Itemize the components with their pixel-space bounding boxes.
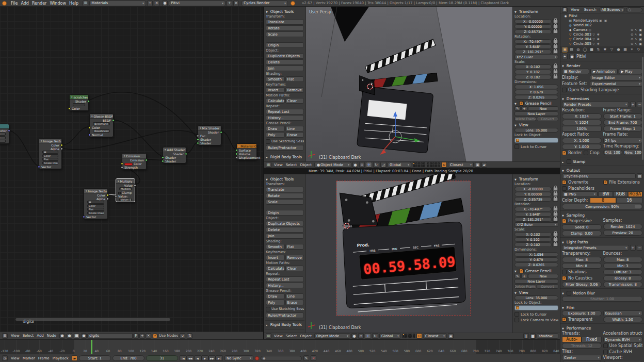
clamp-field[interactable]: Clamp: 0.00 [562, 231, 602, 236]
pivot-point-icon[interactable]: ⊙ [358, 333, 364, 339]
playback-button[interactable]: ◀◀ [187, 355, 194, 361]
properties-tab[interactable]: ■ [589, 47, 594, 53]
menu-item[interactable]: View [9, 356, 21, 360]
pencil-icon[interactable]: ✎ [514, 274, 521, 278]
socket-emission-out[interactable] [145, 159, 148, 161]
bounces-max-field[interactable]: Max: 8 [603, 257, 643, 262]
pause-render-button[interactable]: ‖ [523, 333, 529, 339]
output-path-field[interactable]: //cycles-pass/ [562, 173, 636, 179]
socket-displacement-in[interactable] [235, 156, 238, 159]
camera-render-toggle-icon[interactable]: ▣ [639, 32, 642, 36]
tool-button[interactable]: Draw [266, 126, 285, 131]
close-layout-icon[interactable]: ✕ [154, 1, 159, 6]
shader-object-icon[interactable]: ● [59, 333, 65, 339]
socket-color-out[interactable] [60, 144, 63, 146]
tool-button[interactable]: Remove [285, 255, 304, 260]
search-menu[interactable]: Search [583, 8, 598, 12]
viewport-3d-bottom-rendered[interactable]: Prod. HRS MIN SEC FRS 00.59.58.09 00.59.… [306, 174, 512, 333]
viewport-3d-top[interactable]: User Persp (31) Clapboard Dark [306, 7, 512, 161]
tool-button[interactable]: Delete [266, 59, 304, 65]
rotation-mode-select[interactable]: XYZ Euler [514, 55, 558, 59]
threads-count-field[interactable]: Threads: 12 [562, 343, 602, 349]
playback-button[interactable]: ▶| [216, 355, 223, 361]
horizontal-scrollbar[interactable] [15, 318, 170, 321]
properties-tab[interactable]: ◍ [575, 47, 581, 53]
color-space-select[interactable]: Color [87, 204, 104, 207]
socket-color-out[interactable] [106, 194, 109, 196]
add-layout-icon[interactable]: + [147, 1, 153, 6]
tool-button[interactable]: Duplicate Objects [266, 53, 304, 59]
snap-magnet-icon[interactable]: ∪ [441, 162, 447, 168]
group-datablock-field[interactable] [73, 103, 85, 106]
lock-icon[interactable] [552, 242, 558, 247]
layers-grid[interactable] [413, 162, 425, 167]
add-scene-icon[interactable]: + [227, 1, 232, 6]
layers-grid[interactable] [403, 334, 415, 338]
outliner-row[interactable]: Circle.003 ▽ ✱ ⊙ ↖ ▣ [560, 32, 644, 37]
render-opengl-anim-icon[interactable]: ▰ [481, 162, 487, 168]
source-select[interactable]: Single Image [42, 161, 58, 164]
exposure-field[interactable]: Exposure: 1.00 [562, 310, 602, 316]
bw-button[interactable]: BW [599, 191, 613, 197]
add-preset-icon[interactable]: + [630, 102, 636, 107]
start-frame-field[interactable]: Start: 1 [79, 355, 111, 361]
tool-button[interactable]: Origin [266, 42, 304, 48]
socket-volume-in[interactable] [235, 153, 238, 155]
socket-normal-in[interactable] [88, 134, 91, 136]
outliner-row[interactable]: Circle.005 ▽ ✱ ⊙ ↖ ▣ [560, 41, 644, 46]
crop-checkbox[interactable] [584, 151, 588, 155]
socket-value-out[interactable] [134, 184, 136, 187]
gp-new-layer-button[interactable]: New Layer [514, 111, 558, 116]
socket-shader-out[interactable] [87, 100, 90, 103]
animation-button[interactable]: ▰ Animation [590, 69, 618, 74]
rotation-field[interactable]: X: -70.497° [514, 207, 552, 211]
socket-color-in[interactable] [68, 107, 71, 110]
no-caustics-checkbox[interactable] [562, 276, 567, 281]
lock-to-cursor-checkbox[interactable] [514, 144, 519, 149]
projection-select[interactable]: Flat [42, 158, 58, 161]
stamp-checkbox[interactable] [567, 159, 571, 164]
snap-element-select[interactable]: Closest [423, 333, 447, 339]
play-button[interactable]: ▶ Play [619, 69, 642, 74]
file-extensions-checkbox[interactable] [603, 180, 608, 185]
location-field[interactable]: Z: 0.85739 [514, 29, 552, 34]
playback-button[interactable]: ▶▶ [208, 355, 216, 361]
tool-button[interactable]: Draw [266, 293, 285, 299]
select-arrow-icon[interactable]: ↖ [635, 42, 637, 45]
tool-button[interactable]: History... [266, 283, 304, 288]
frame-step-field[interactable]: Frame Step: 1 [603, 126, 643, 131]
use-nodes-checkbox[interactable] [153, 334, 157, 338]
properties-tab[interactable]: ↻ [636, 47, 641, 53]
end-frame-field[interactable]: End: 700 [112, 355, 144, 361]
resolution-percent-button[interactable]: 100% [562, 126, 602, 131]
menu-item[interactable]: Add [19, 1, 30, 6]
resolution-x-field[interactable]: X: 1024 [562, 113, 602, 119]
socket-bsdf-out[interactable] [112, 119, 115, 122]
tool-button[interactable]: Poly [266, 132, 285, 138]
properties-tab[interactable]: ⇅ [595, 47, 601, 53]
gp-new-layer-button[interactable]: New Layer [514, 279, 558, 284]
screen-layout-icon[interactable]: ⊞ [83, 1, 88, 6]
tool-button[interactable]: Rotate [266, 193, 304, 199]
tool-button[interactable]: Insert [266, 255, 285, 260]
lock-icon[interactable] [552, 217, 558, 222]
glossy-bounces-field[interactable]: Glossy: 8 [603, 275, 643, 281]
bvh-type-select[interactable]: Dynamic BVH [603, 337, 643, 342]
progressive-checkbox[interactable] [562, 219, 567, 223]
editor-type-icon[interactable]: ⊞ [2, 333, 8, 339]
location-field[interactable]: X: -0.00000 [514, 19, 552, 24]
aspect-y-field[interactable]: Y: 1.000 [562, 144, 602, 150]
color-space-select[interactable]: Color [42, 154, 58, 157]
tool-button[interactable]: Scale [266, 31, 304, 37]
remove-preset-icon[interactable]: − [637, 245, 642, 251]
panel-header-sampling[interactable]: Sampling [562, 212, 642, 218]
bounces-min-field[interactable]: Min: 3 [603, 263, 643, 269]
menu-item[interactable]: Select [284, 334, 299, 338]
render-presets-select[interactable]: Render Presets [562, 102, 629, 107]
tool-button[interactable]: Poly [266, 300, 285, 305]
socket-surface-in[interactable] [235, 149, 238, 152]
overwrite-checkbox[interactable] [562, 180, 567, 185]
scale-field[interactable]: Z: 0.102 [514, 75, 552, 79]
screen-layout-select[interactable]: Materials [89, 1, 146, 6]
socket-value-in[interactable] [115, 195, 117, 198]
